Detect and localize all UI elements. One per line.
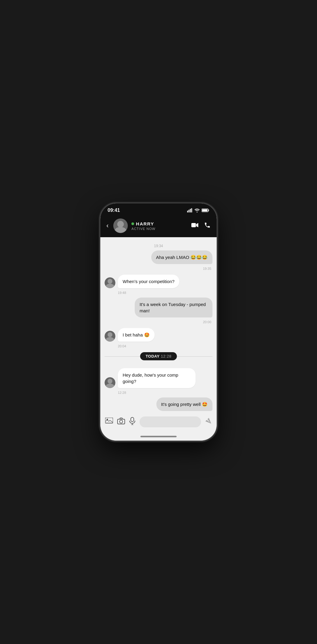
sender-avatar <box>105 277 115 288</box>
svg-rect-5 <box>209 210 209 211</box>
send-button[interactable] <box>203 417 214 427</box>
svg-point-11 <box>120 420 123 423</box>
contact-status: ACTIVE NOW <box>131 227 188 231</box>
home-bar <box>140 436 177 437</box>
status-bar: 09:41 <box>100 203 217 215</box>
message-bubble-received: Hey dude, how's your comp going? <box>118 368 196 388</box>
video-call-button[interactable] <box>191 222 199 229</box>
phone-screen: 09:41 <box>100 203 217 441</box>
message-row: It's a week on Tuesday - pumped man! <box>105 298 212 317</box>
message-row: When's your competition? <box>105 275 212 288</box>
sender-avatar <box>105 331 115 342</box>
svg-rect-0 <box>187 211 188 212</box>
text-input[interactable] <box>140 416 201 427</box>
avatar[interactable] <box>113 218 128 233</box>
camera-button[interactable] <box>117 418 125 426</box>
chat-area[interactable]: 19:34 Aha yeah LMAO 😂😂😂 19:35 When's you… <box>100 237 217 413</box>
wifi-icon <box>194 208 200 212</box>
time-label-1934: 19:34 <box>105 244 212 248</box>
svg-rect-6 <box>202 209 208 212</box>
status-time: 09:41 <box>108 208 120 213</box>
svg-rect-8 <box>105 418 113 423</box>
back-button[interactable]: ‹ <box>106 222 108 230</box>
message-row: It's going pretty well 🤩 <box>105 397 212 411</box>
contact-name: HARRY <box>131 221 188 226</box>
header-actions <box>191 222 211 230</box>
message-time: 19:48 <box>105 291 212 295</box>
header: ‹ HARRY ACTIVE NOW <box>100 215 217 237</box>
message-bubble-sent: It's a week on Tuesday - pumped man! <box>135 298 212 317</box>
microphone-button[interactable] <box>129 417 135 427</box>
svg-rect-12 <box>131 417 134 422</box>
message-bubble-received: When's your competition? <box>118 275 179 288</box>
home-indicator <box>100 432 217 441</box>
voice-call-button[interactable] <box>204 222 211 230</box>
contact-info: HARRY ACTIVE NOW <box>131 221 188 231</box>
message-bubble-sent: It's going pretty well 🤩 <box>156 397 212 411</box>
message-time: 20:00 <box>105 320 212 324</box>
message-row: Aha yeah LMAO 😂😂😂 <box>105 250 212 264</box>
svg-rect-7 <box>191 223 196 227</box>
message-time: 19:35 <box>105 267 212 270</box>
svg-rect-3 <box>191 208 192 212</box>
phone-frame: 09:41 <box>100 203 217 441</box>
svg-rect-2 <box>190 209 191 212</box>
active-dot <box>131 222 134 225</box>
signal-icon <box>187 208 193 212</box>
media-button[interactable] <box>105 418 113 426</box>
svg-point-9 <box>107 419 108 420</box>
input-bar <box>100 413 217 432</box>
battery-icon <box>202 208 209 212</box>
date-pill: TODAY 12:28 <box>140 352 177 360</box>
message-bubble-received: I bet haha 🤩 <box>118 328 155 342</box>
message-row: Hey dude, how's your comp going? <box>105 368 212 388</box>
message-bubble-sent: Aha yeah LMAO 😂😂😂 <box>151 250 212 264</box>
message-time: 12:28 <box>105 391 212 394</box>
message-time: 20:04 <box>105 344 212 348</box>
status-icons <box>187 208 209 212</box>
message-row: I bet haha 🤩 <box>105 328 212 342</box>
svg-rect-1 <box>189 210 190 212</box>
date-divider: TODAY 12:28 <box>105 352 212 360</box>
sender-avatar <box>105 377 115 388</box>
